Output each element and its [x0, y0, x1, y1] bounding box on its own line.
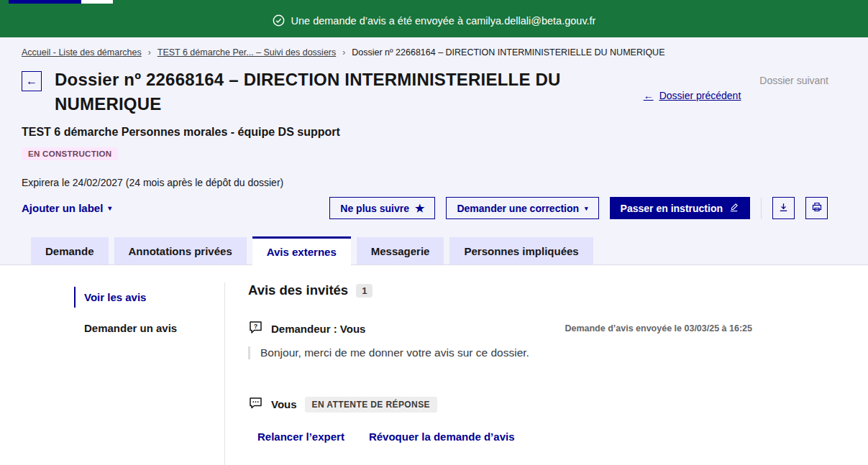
breadcrumb-home-link[interactable]: Accueil - Liste des démarches — [22, 47, 142, 57]
remind-expert-link[interactable]: Relancer l’expert — [257, 431, 344, 443]
breadcrumb-procedure-link[interactable]: TEST 6 démarche Per... – Suivi des dossi… — [157, 47, 337, 57]
add-label-text: Ajouter un label — [22, 202, 103, 214]
unfollow-label: Ne plus suivre — [340, 203, 409, 214]
printer-icon — [811, 201, 823, 215]
expert-name: Vous — [271, 398, 297, 410]
success-banner-message: Une demande d’avis a été envoyée à camil… — [291, 15, 596, 27]
tab-bar: Demande Annotations privées Avis externe… — [0, 236, 868, 265]
tab-avis-externes[interactable]: Avis externes — [252, 236, 351, 265]
revoke-request-link[interactable]: Révoquer la demande d’avis — [369, 431, 515, 443]
dossier-pagination: ← Dossier précédent Dossier suivant — [644, 75, 828, 116]
chevron-down-icon: ▾ — [108, 204, 111, 212]
next-dossier-link-disabled[interactable]: Dossier suivant — [759, 75, 828, 116]
avis-heading: Avis des invités — [248, 282, 348, 298]
tab-personnes-impliquees[interactable]: Personnes impliquées — [449, 237, 593, 264]
avis-sidebar: Voir les avis Demander un avis — [74, 282, 225, 465]
avis-panel: Avis des invités 1 ? Demandeur : Vous De… — [225, 282, 752, 465]
procedure-name: TEST 6 démarche Personnes morales - équi… — [0, 126, 868, 139]
back-button[interactable]: ← — [22, 71, 42, 91]
chat-bubble-icon — [248, 395, 263, 413]
download-button[interactable] — [772, 197, 795, 219]
chevron-down-icon: ▾ — [585, 205, 588, 212]
svg-text:?: ? — [254, 323, 258, 330]
waiting-response-badge: EN ATTENTE DE RÉPONSE — [305, 397, 437, 413]
left-arrow-icon: ← — [644, 90, 654, 101]
request-sent-timestamp: Demande d’avis envoyée le 03/03/25 à 16:… — [565, 323, 752, 333]
success-banner: Une demande d’avis a été envoyée à camil… — [0, 4, 868, 37]
pencil-icon — [728, 202, 739, 215]
unfollow-button[interactable]: Ne plus suivre ★ — [329, 197, 435, 219]
request-correction-button[interactable]: Demander une correction ▾ — [446, 197, 598, 219]
sidebar-item-demander-un-avis[interactable]: Demander un avis — [74, 318, 224, 339]
tab-annotations-privees[interactable]: Annotations privées — [114, 237, 247, 264]
pass-instruction-button[interactable]: Passer en instruction — [610, 197, 750, 219]
expiry-text: Expirera le 24/02/2027 (24 mois après le… — [0, 177, 868, 188]
sidebar-item-voir-les-avis[interactable]: Voir les avis — [74, 287, 224, 308]
tab-messagerie[interactable]: Messagerie — [357, 237, 444, 264]
previous-dossier-link[interactable]: ← Dossier précédent — [644, 75, 741, 116]
back-arrow-icon: ← — [26, 75, 37, 87]
top-edge-navy-segment — [9, 0, 81, 4]
previous-dossier-label: Dossier précédent — [659, 90, 741, 101]
breadcrumb-current: Dossier nº 22668164 – DIRECTION INTERMIN… — [352, 47, 664, 57]
check-circle-icon — [273, 14, 285, 27]
breadcrumb: Accueil - Liste des démarches › TEST 6 d… — [0, 37, 868, 57]
add-label-dropdown[interactable]: Ajouter un label ▾ — [22, 202, 111, 214]
pass-instruction-label: Passer en instruction — [621, 203, 723, 214]
requester-label: Demandeur : Vous — [271, 323, 365, 335]
print-button[interactable] — [805, 197, 828, 219]
status-badge: EN CONSTRUCTION — [22, 147, 118, 160]
actions-divider — [761, 198, 762, 219]
question-bubble-icon: ? — [248, 320, 263, 337]
top-edge-white-segment — [81, 0, 113, 4]
top-edge-strip — [0, 0, 868, 4]
tab-demande[interactable]: Demande — [31, 237, 109, 264]
star-icon: ★ — [415, 202, 424, 215]
breadcrumb-chevron-icon: › — [148, 47, 151, 57]
download-icon — [778, 202, 789, 215]
avis-request-message: Bonjour, merci de me donner votre avis s… — [248, 346, 752, 359]
avis-count-badge: 1 — [356, 284, 373, 298]
breadcrumb-chevron-icon: › — [342, 47, 345, 57]
page-title: Dossier nº 22668164 – DIRECTION INTERMIN… — [55, 68, 623, 116]
request-correction-label: Demander une correction — [457, 203, 579, 214]
